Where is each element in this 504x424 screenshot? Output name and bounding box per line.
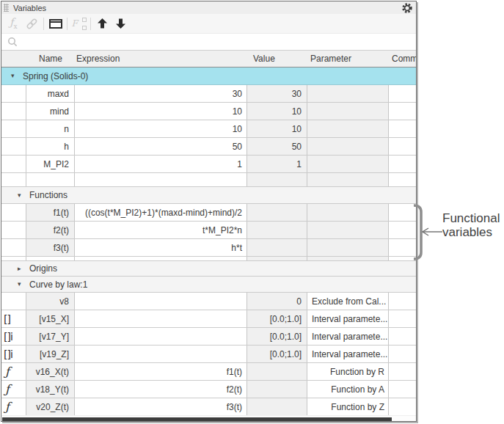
cell-parameter[interactable]: Interval paramete...	[307, 328, 389, 345]
cell-parameter[interactable]: Interval paramete...	[307, 346, 389, 362]
cell-name: v8	[26, 293, 75, 310]
cell-parameter[interactable]: Interval paramete...	[307, 310, 389, 327]
cell-parameter	[307, 239, 389, 256]
cell-comment[interactable]	[389, 138, 416, 155]
cell-name[interactable]: mind	[26, 103, 75, 120]
cell-expression[interactable]: f1(t)	[75, 363, 247, 380]
table-row: M_PI2 1 1	[1, 156, 416, 173]
cell-comment[interactable]	[389, 173, 416, 186]
cell-parameter	[307, 156, 389, 172]
brace-icon	[412, 203, 443, 262]
table-row: mind 10 10	[1, 103, 416, 120]
cell-comment[interactable]	[389, 398, 416, 415]
move-up-button[interactable]	[93, 15, 112, 32]
cell-comment[interactable]	[389, 293, 416, 310]
settings-gear-icon[interactable]	[401, 2, 413, 13]
cell-expression[interactable]: t*M_PI2*n	[75, 222, 247, 238]
cell-expression[interactable]: 50	[75, 138, 247, 155]
cell-name[interactable]: h	[26, 138, 75, 155]
cell-parameter[interactable]: Function by R	[307, 363, 389, 380]
arrow-down-icon	[116, 18, 125, 29]
table-view-button[interactable]	[46, 15, 65, 32]
table-row: []i [v19_Z] [0.0;1.0] Interval paramete.…	[1, 346, 416, 363]
cell-parameter[interactable]: Exclude from Cal...	[307, 293, 389, 310]
table-row: []i [v17_Y] [0.0;1.0] Interval paramete.…	[1, 328, 416, 346]
cell-expression[interactable]: 1	[75, 156, 247, 172]
function-icon: ƒ	[1, 363, 26, 380]
cell-expression[interactable]	[75, 310, 247, 327]
table-row	[1, 173, 416, 187]
cell-expression[interactable]: ((cos(t*M_PI2)+1)*(maxd-mind)+mind)/2	[75, 204, 247, 221]
table-row: h 50 50	[1, 138, 416, 156]
cell-comment[interactable]	[389, 310, 416, 327]
row-type-cell	[1, 85, 26, 102]
section-row[interactable]: ▾ Spring (Solids-0)	[1, 67, 416, 85]
section-row[interactable]: ▾ Curve by law:1	[1, 277, 416, 293]
link-variable-button[interactable]	[23, 15, 41, 32]
header-parameter: Parameter	[307, 54, 389, 64]
cell-expression[interactable]: 10	[75, 103, 247, 120]
cell-name[interactable]: M_PI2	[26, 156, 75, 172]
cell-name[interactable]	[26, 173, 75, 186]
cell-parameter[interactable]: Function by A	[307, 381, 389, 398]
function-icon: ƒ	[1, 381, 26, 398]
section-row[interactable]: ▸ Origins	[1, 261, 416, 277]
external-dependencies-button[interactable]: F	[70, 15, 88, 32]
header-comment: Comment	[389, 54, 416, 64]
table-row: ƒ v20_Z(t) f3(t) Function by Z	[1, 398, 416, 415]
table-row: n 10 10	[1, 120, 416, 138]
collapse-triangle-icon[interactable]: ▾	[18, 192, 25, 199]
scrollbar-thumb[interactable]	[2, 417, 392, 421]
cell-comment[interactable]	[389, 85, 416, 102]
row-type-cell	[1, 138, 26, 155]
cell-name[interactable]: n	[26, 120, 75, 137]
drag-grip-icon[interactable]	[4, 4, 9, 12]
cell-value: 1	[247, 156, 307, 172]
cell-name[interactable]: maxd	[26, 85, 75, 102]
arrow-up-icon	[98, 18, 107, 29]
cell-expression[interactable]: f2(t)	[75, 381, 247, 398]
cell-expression[interactable]: h*t	[75, 239, 247, 256]
cell-comment[interactable]	[389, 328, 416, 345]
collapse-triangle-icon[interactable]: ▾	[18, 281, 25, 288]
cell-value: [0.0;1.0]	[247, 310, 307, 327]
column-header-row[interactable]: Name Expression Value Parameter Comment	[1, 51, 416, 67]
cell-comment[interactable]	[389, 363, 416, 380]
cell-name[interactable]	[26, 257, 75, 260]
cell-value	[247, 257, 307, 260]
insert-function-button[interactable]: ƒx	[4, 15, 23, 32]
cell-name: v18_Y(t)	[26, 381, 75, 398]
move-down-button[interactable]	[112, 15, 130, 32]
search-input[interactable]	[24, 36, 391, 48]
cell-expression[interactable]: f3(t)	[75, 398, 247, 415]
cell-expression[interactable]	[75, 257, 247, 260]
cell-comment[interactable]	[389, 120, 416, 137]
cell-expression[interactable]	[75, 346, 247, 362]
table-row: maxd 30 30	[1, 85, 416, 103]
cell-parameter	[307, 173, 389, 186]
cell-value	[247, 204, 307, 221]
cell-comment[interactable]	[389, 346, 416, 362]
cell-name: f3(t)	[26, 239, 75, 256]
gear-icon	[402, 3, 412, 13]
collapse-triangle-icon[interactable]: ▾	[11, 73, 18, 79]
section-row[interactable]: ▾ Functions	[1, 187, 416, 204]
table-row: f2(t) t*M_PI2*n	[1, 222, 416, 239]
cell-comment[interactable]	[389, 156, 416, 172]
cell-expression[interactable]	[75, 173, 247, 186]
annotation-text: Functional variables	[442, 211, 500, 239]
panel-titlebar[interactable]: Variables	[1, 1, 416, 14]
search-icon	[7, 37, 18, 48]
collapse-triangle-icon[interactable]: ▸	[18, 266, 25, 272]
cell-parameter	[307, 257, 389, 260]
cell-comment[interactable]	[389, 103, 416, 120]
table-row: ƒ v16_X(t) f1(t) Function by R	[1, 363, 416, 381]
cell-expression[interactable]	[75, 328, 247, 345]
cell-expression[interactable]	[75, 293, 247, 310]
cell-parameter[interactable]: Function by Z	[307, 398, 389, 415]
horizontal-scrollbar[interactable]	[1, 415, 416, 421]
header-name: Name	[26, 54, 75, 64]
cell-expression[interactable]: 10	[75, 120, 247, 137]
cell-expression[interactable]: 30	[75, 85, 247, 102]
cell-comment[interactable]	[389, 381, 416, 398]
